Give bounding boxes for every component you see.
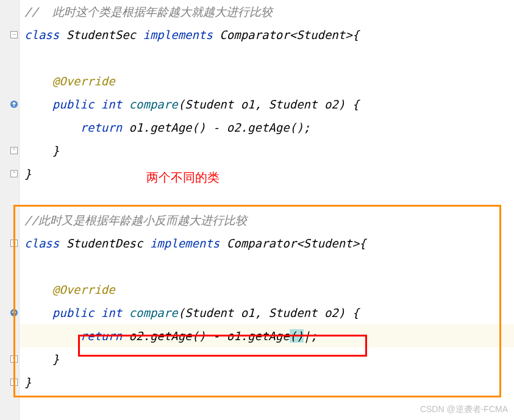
fold-close-icon[interactable]: ⌃ <box>10 146 18 155</box>
keyword: return <box>80 121 129 134</box>
keyword: implements <box>143 28 220 41</box>
params: (Student o1, Student o2) { <box>178 98 359 111</box>
code-line[interactable]: @Override <box>24 69 514 93</box>
highlight-box-orange <box>13 205 501 397</box>
highlight-box-red <box>78 335 367 357</box>
class-name: StudentSec <box>66 28 143 41</box>
fold-icon[interactable]: − <box>10 30 18 39</box>
keyword: class <box>24 28 66 41</box>
type-ref: Comparator<Student>{ <box>220 28 359 41</box>
code-line[interactable]: // 此时这个类是根据年龄越大就越大进行比较 <box>24 0 514 23</box>
code-line[interactable]: } <box>24 139 514 162</box>
method-name: compare <box>129 98 178 111</box>
code-line[interactable]: } 两个不同的类 <box>24 162 514 185</box>
annotation: @Override <box>52 74 115 88</box>
override-icon[interactable] <box>10 100 18 109</box>
expression: o1.getAge() - o2.getAge(); <box>129 121 310 134</box>
keyword: int <box>101 98 129 111</box>
brace: } <box>24 167 31 180</box>
keyword: public <box>52 98 101 111</box>
brace: } <box>52 144 59 157</box>
code-line[interactable]: class StudentSec implements Comparator<S… <box>24 23 514 46</box>
code-line[interactable]: return o1.getAge() - o2.getAge(); <box>24 116 514 139</box>
watermark: CSDN @逆袭者-FCMA <box>420 404 508 415</box>
code-line[interactable] <box>24 46 514 69</box>
comment-text: // 此时这个类是根据年龄越大就越大进行比较 <box>24 5 273 18</box>
fold-close-icon[interactable]: ⌃ <box>10 169 18 178</box>
code-line[interactable]: public int compare(Student o1, Student o… <box>24 93 514 116</box>
